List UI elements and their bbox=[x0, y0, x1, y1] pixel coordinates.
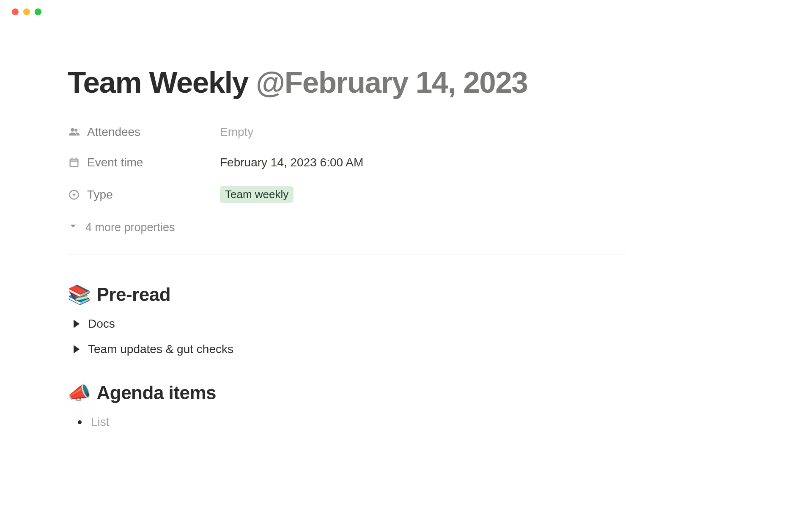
property-label: Attendees bbox=[87, 125, 140, 139]
type-tag[interactable]: Team weekly bbox=[220, 186, 294, 203]
agenda-bullet-list: List bbox=[72, 415, 626, 429]
megaphone-icon: 📣 bbox=[68, 384, 91, 402]
section-heading-preread[interactable]: 📚 Pre-read bbox=[68, 284, 626, 305]
select-icon bbox=[68, 188, 80, 201]
toggle-triangle-icon[interactable] bbox=[74, 320, 80, 328]
property-type[interactable]: Type Team weekly bbox=[68, 186, 626, 203]
property-label-wrap: Type bbox=[68, 188, 220, 202]
toggle-label: Docs bbox=[88, 317, 115, 331]
section-heading-text: Agenda items bbox=[97, 382, 217, 403]
divider bbox=[68, 254, 626, 254]
property-attendees[interactable]: Attendees Empty bbox=[68, 125, 626, 139]
property-label-wrap: Attendees bbox=[68, 125, 220, 139]
date-mention[interactable]: @February 14, 2023 bbox=[256, 66, 527, 99]
toggle-label: Team updates & gut checks bbox=[88, 342, 233, 356]
more-properties-toggle[interactable]: 4 more properties bbox=[68, 221, 626, 235]
page-title-text: Team Weekly bbox=[68, 66, 256, 99]
section-heading-agenda[interactable]: 📣 Agenda items bbox=[68, 382, 626, 403]
toggle-item[interactable]: Team updates & gut checks bbox=[70, 342, 626, 356]
close-window-button[interactable] bbox=[12, 8, 19, 15]
page-content: Team Weekly @February 14, 2023 Attendees… bbox=[0, 15, 694, 429]
more-properties-label: 4 more properties bbox=[85, 221, 175, 234]
property-label: Type bbox=[87, 188, 113, 202]
minimize-window-button[interactable] bbox=[23, 8, 30, 15]
property-event-time[interactable]: Event time February 14, 2023 6:00 AM bbox=[68, 156, 626, 169]
property-value[interactable]: February 14, 2023 6:00 AM bbox=[220, 156, 363, 169]
property-label: Event time bbox=[87, 156, 143, 169]
chevron-down-icon bbox=[68, 221, 79, 235]
toggle-triangle-icon[interactable] bbox=[74, 345, 80, 353]
page-title[interactable]: Team Weekly @February 14, 2023 bbox=[68, 66, 626, 99]
preread-toggle-list: Docs Team updates & gut checks bbox=[70, 317, 626, 356]
calendar-icon bbox=[68, 156, 80, 169]
bullet-dot-icon bbox=[78, 420, 82, 424]
section-heading-text: Pre-read bbox=[97, 284, 171, 305]
bullet-label: List bbox=[91, 415, 110, 429]
people-icon bbox=[68, 126, 80, 138]
property-value[interactable]: Team weekly bbox=[220, 186, 294, 203]
property-value[interactable]: Empty bbox=[220, 125, 253, 139]
window-controls bbox=[0, 0, 812, 15]
property-label-wrap: Event time bbox=[68, 156, 220, 169]
properties-list: Attendees Empty Event time February 14, … bbox=[68, 125, 626, 203]
maximize-window-button[interactable] bbox=[35, 8, 41, 15]
bullet-item[interactable]: List bbox=[72, 415, 626, 429]
toggle-item[interactable]: Docs bbox=[70, 317, 626, 331]
books-icon: 📚 bbox=[68, 285, 91, 304]
